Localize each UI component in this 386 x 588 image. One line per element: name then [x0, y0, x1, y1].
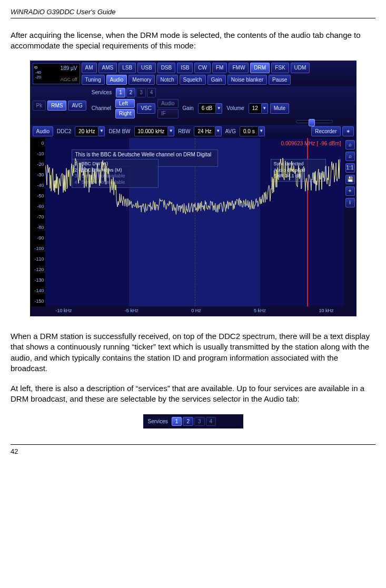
service-3-button[interactable]: 3 [136, 88, 146, 97]
recorder-settings-icon[interactable]: ✶ [342, 126, 354, 137]
paragraph-1: After acquiring the license, when the DR… [11, 30, 375, 52]
chevron-down-icon[interactable]: ▼ [98, 126, 105, 137]
spectrum-tool-2[interactable]: 1:1 [345, 163, 355, 173]
paragraph-2: When a DRM station is successfully recei… [11, 331, 375, 374]
spectrum-tool-3[interactable]: 💾 [345, 175, 355, 184]
selector-label: Services [146, 418, 170, 425]
rbw[interactable]: 24 Hz [194, 126, 215, 137]
spectrum-tool-1[interactable]: ⌕ [345, 152, 355, 161]
mode-fmw-button[interactable]: FMW [229, 63, 249, 73]
volume-slider[interactable] [296, 120, 333, 123]
rms-button[interactable]: RMS [47, 101, 66, 111]
mode-fm-button[interactable]: FM [212, 63, 227, 73]
services-selector-image: Services 1234 [143, 414, 243, 429]
mode-udm-button[interactable]: UDM [291, 63, 310, 73]
mode-ams-button[interactable]: AMS [98, 63, 117, 73]
mode-isb-button[interactable]: ISB [177, 63, 193, 73]
selector-service-2-button[interactable]: 2 [183, 417, 193, 426]
paragraph-3: At left, there is also a description of … [11, 383, 375, 405]
selector-service-3-button[interactable]: 3 [194, 417, 205, 426]
gain-label: Gain [181, 105, 196, 112]
right-channel-button[interactable]: Right [115, 109, 135, 118]
if-out-button[interactable]: IF [157, 109, 179, 118]
y-axis: 0-10-20-30-40-50-60-70-80-90-100-110-120… [31, 138, 45, 306]
mode-dsb-button[interactable]: DSB [157, 63, 176, 73]
tab-tuning[interactable]: Tuning [82, 75, 105, 85]
volume-label: Volume [224, 105, 246, 112]
selector-service-4-button[interactable]: 4 [206, 417, 216, 426]
spectrum-trace [45, 138, 340, 306]
chevron-down-icon[interactable]: ▼ [168, 126, 174, 137]
tab-audio[interactable]: Audio [106, 75, 127, 85]
chevron-down-icon[interactable]: ▼ [216, 103, 222, 114]
tab-notch[interactable]: Notch [156, 75, 177, 85]
signal-meter: m 189 µV 0 -40 -20 AGC off [33, 63, 80, 84]
volume-value[interactable]: 12 [249, 103, 262, 114]
audio-tab-button[interactable]: Audio [33, 126, 54, 137]
doc-header: WiNRADiO G39DDC User's Guide [11, 7, 375, 18]
left-channel-button[interactable]: Left [115, 99, 135, 108]
chevron-down-icon[interactable]: ▼ [262, 103, 268, 114]
mode-drm-button[interactable]: DRM [250, 63, 270, 73]
chevron-down-icon[interactable]: ▼ [215, 126, 222, 137]
services-label: Services [90, 89, 114, 96]
avg-button[interactable]: AVG [68, 101, 86, 111]
tab-pause[interactable]: Pause [269, 75, 291, 85]
service-4-button[interactable]: 4 [147, 88, 156, 97]
avg-time[interactable]: 0.0 s [240, 126, 259, 137]
tab-noise-blanker[interactable]: Noise blanker [227, 75, 267, 85]
vsc-button[interactable]: VSC [137, 103, 155, 114]
audio-out-button[interactable]: Audio [157, 99, 179, 108]
channel-label: Channel [90, 105, 113, 112]
spectrum-tool-4[interactable]: + [345, 186, 355, 196]
mode-cw-button[interactable]: CW [194, 63, 211, 73]
mode-usb-button[interactable]: USB [137, 63, 156, 73]
dem-bw[interactable]: 10.000 kHz [134, 126, 169, 137]
tab-memory[interactable]: Memory [128, 75, 155, 85]
gain-value[interactable]: 6 dB [198, 103, 216, 114]
mode-fsk-button[interactable]: FSK [271, 63, 289, 73]
selector-service-1-button[interactable]: 1 [172, 417, 182, 426]
spectrum-tool-5[interactable]: i [345, 198, 355, 207]
service-1-button[interactable]: 1 [116, 88, 125, 97]
spectrum-display[interactable]: 0.009623 MHz [ -96 dBm] This is the BBC … [45, 138, 344, 306]
tab-gain[interactable]: Gain [207, 75, 226, 85]
agc-status: AGC off [61, 76, 77, 83]
recorder-button[interactable]: Recorder [311, 126, 340, 137]
spectrum-tool-0[interactable]: ⌕ [345, 140, 355, 150]
screenshot-drm-audio-tab: m 189 µV 0 -40 -20 AGC off AMAMSLSBUSBDS… [30, 61, 357, 316]
x-axis: -10 kHz-5 kHz0 Hz5 kHz10 kHz [45, 306, 344, 316]
ddc2-bw[interactable]: 20 kHz [75, 126, 98, 137]
tab-squelch[interactable]: Squelch [180, 75, 206, 85]
spectrum-tool-icons: ⌕⌕1:1💾+i [344, 138, 356, 306]
mute-button[interactable]: Mute [270, 103, 289, 114]
chevron-down-icon[interactable]: ▼ [259, 126, 265, 137]
mode-lsb-button[interactable]: LSB [118, 63, 136, 73]
pk-button[interactable]: Pk [33, 101, 46, 111]
meter-value: 189 µV [61, 65, 77, 72]
service-2-button[interactable]: 2 [126, 88, 136, 97]
page-number: 42 [11, 444, 375, 456]
mode-am-button[interactable]: AM [82, 63, 97, 73]
